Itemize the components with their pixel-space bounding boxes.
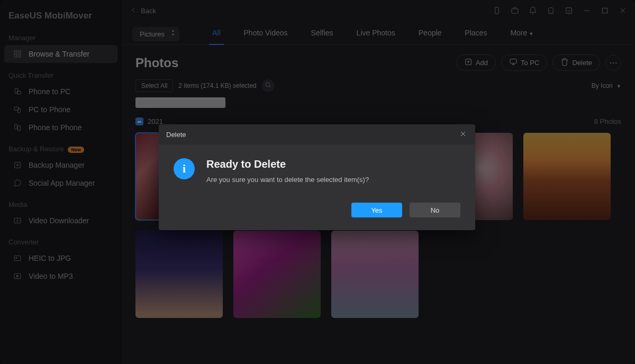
chevron-down-icon: ▼ [616, 84, 621, 89]
checkbox-indeterminate[interactable] [135, 117, 143, 125]
delete-button[interactable]: Delete [552, 54, 600, 71]
svg-rect-16 [512, 9, 518, 14]
section-manager: Manager [0, 31, 122, 45]
search-button[interactable] [262, 79, 275, 92]
add-button[interactable]: Add [456, 54, 496, 71]
sidebar-item-label: Backup Manager [29, 161, 85, 169]
selection-info: 2 items (174.1 KB) selected [178, 82, 256, 89]
delete-dialog: Delete i Ready to Delete Are you sure yo… [159, 124, 475, 230]
dialog-title: Delete [166, 131, 186, 139]
svg-rect-7 [18, 108, 21, 113]
ellipsis-icon: ⋯ [609, 58, 618, 68]
svg-rect-17 [566, 8, 572, 14]
titlebar: Back [122, 0, 635, 21]
svg-point-21 [266, 83, 270, 87]
app-logo: EaseUS MobiMover [0, 6, 122, 31]
sidebar-item-label: Social App Manager [29, 179, 95, 187]
dialog-message: Are you sure you want to delete the sele… [206, 176, 369, 184]
sidebar-item-label: PC to Phone [29, 105, 70, 114]
photo-thumb[interactable] [135, 133, 161, 220]
pc-to-phone-icon [13, 105, 22, 114]
maximize-icon[interactable] [600, 6, 610, 15]
tab-places[interactable]: Places [453, 23, 498, 44]
section-backup: Backup & Restore New [0, 142, 122, 156]
tabbar: Pictures ▴▾ All Photo Videos Selfies Liv… [122, 21, 635, 45]
dialog-actions: Yes No [174, 203, 460, 217]
svg-rect-18 [602, 8, 607, 13]
bell-icon[interactable] [528, 6, 538, 15]
grid-icon [13, 49, 22, 59]
section-media: Media [0, 197, 122, 212]
progress-bar [135, 97, 225, 108]
svg-point-13 [16, 257, 17, 259]
more-button[interactable]: ⋯ [605, 55, 621, 71]
sidebar-item-video-downloader[interactable]: Video Downloader [4, 212, 117, 230]
sidebar-item-label: Phone to PC [29, 87, 70, 96]
photo-thumb[interactable] [233, 231, 321, 318]
svg-rect-4 [15, 88, 17, 93]
info-icon: i [174, 158, 195, 179]
dialog-titlebar: Delete [159, 124, 475, 144]
sidebar-item-heic[interactable]: HEIC to JPG [4, 249, 117, 267]
to-pc-button[interactable]: To PC [501, 54, 547, 71]
minimize-icon[interactable] [582, 6, 592, 15]
photo-thumb[interactable] [135, 231, 223, 318]
sidebar-item-phone-to-pc[interactable]: Phone to PC [4, 83, 117, 101]
trash-icon [560, 58, 569, 68]
tab-selfies[interactable]: Selfies [300, 23, 345, 44]
tab-live-photos[interactable]: Live Photos [345, 23, 407, 44]
sidebar-item-social[interactable]: Social App Manager [4, 174, 117, 192]
phone-to-pc-icon [13, 87, 22, 96]
dialog-close-button[interactable] [458, 130, 468, 139]
plus-box-icon [464, 58, 473, 68]
image-convert-icon [13, 253, 22, 263]
svg-rect-12 [14, 256, 21, 260]
tab-more[interactable]: More▼ [498, 23, 545, 44]
photo-count: 8 Photos [594, 117, 621, 125]
monitor-icon [509, 58, 518, 68]
no-button[interactable]: No [410, 203, 460, 217]
briefcase-icon[interactable] [510, 6, 520, 15]
header-row: Photos Add To PC Delete ⋯ [135, 54, 621, 71]
tab-people[interactable]: People [407, 23, 453, 44]
sidebar-item-mp3[interactable]: Video to MP3 [4, 267, 117, 285]
audio-convert-icon [13, 271, 22, 281]
sort-dropdown[interactable]: By Icon ▼ [592, 82, 621, 89]
shirt-icon[interactable] [546, 6, 556, 15]
svg-rect-1 [18, 51, 21, 53]
svg-rect-3 [18, 54, 21, 57]
sidebar-item-label: Video to MP3 [29, 272, 73, 280]
yes-button[interactable]: Yes [351, 203, 402, 217]
app-window: EaseUS MobiMover Manager Browse & Transf… [0, 0, 635, 364]
dialog-body: i Ready to Delete Are you sure you want … [159, 144, 475, 230]
category-dropdown[interactable]: Pictures ▴▾ [132, 27, 179, 41]
close-icon[interactable] [618, 6, 628, 15]
close-icon [459, 130, 467, 140]
sidebar-item-phone-to-phone[interactable]: Phone to Phone [4, 119, 117, 136]
sidebar: EaseUS MobiMover Manager Browse & Transf… [0, 0, 122, 364]
tab-all[interactable]: All [201, 23, 232, 44]
photo-thumb[interactable] [331, 231, 419, 318]
svg-rect-2 [14, 54, 17, 57]
svg-rect-15 [495, 7, 499, 14]
sidebar-item-label: Phone to Phone [29, 123, 81, 132]
sidebar-item-label: Browse & Transfer [29, 50, 89, 58]
toolbar-row: Select All 2 items (174.1 KB) selected B… [135, 79, 621, 92]
photo-thumb[interactable] [523, 133, 611, 220]
sidebar-item-backup-manager[interactable]: Backup Manager [4, 156, 117, 174]
section-converter: Converter [0, 235, 122, 249]
select-all-button[interactable]: Select All [135, 79, 173, 92]
sidebar-item-label: HEIC to JPG [29, 254, 71, 262]
sort-arrows-icon: ▴▾ [172, 29, 174, 37]
dialog-heading: Ready to Delete [206, 158, 369, 170]
toolbar-left: Select All 2 items (174.1 KB) selected [135, 79, 275, 92]
tab-photo-videos[interactable]: Photo Videos [232, 23, 300, 44]
back-button[interactable]: Back [129, 6, 156, 16]
page-title: Photos [135, 56, 178, 70]
sidebar-item-pc-to-phone[interactable]: PC to Phone [4, 101, 117, 119]
sidebar-item-browse[interactable]: Browse & Transfer [4, 45, 117, 63]
svg-rect-9 [18, 126, 21, 131]
search-icon [265, 81, 271, 90]
device-icon[interactable] [492, 6, 502, 15]
dropdown-icon[interactable] [564, 6, 574, 15]
